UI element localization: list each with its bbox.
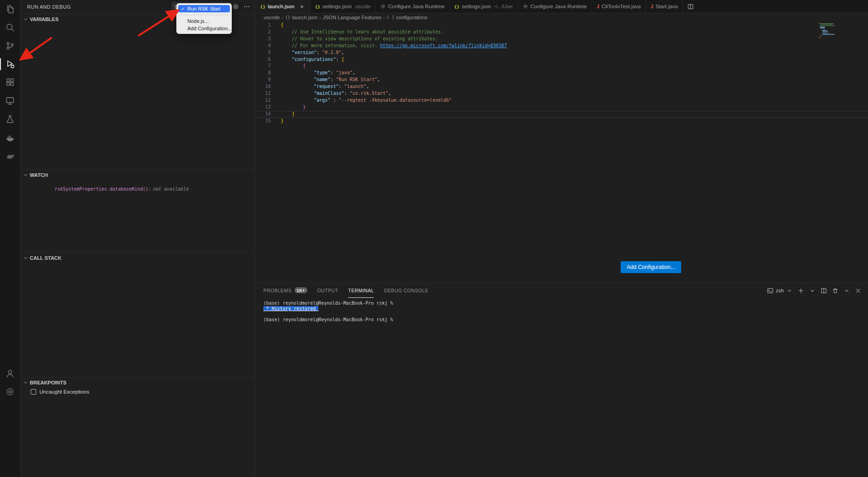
activity-bar-account[interactable] (0, 364, 20, 383)
code-token (281, 111, 292, 116)
json-file-icon: {} (260, 4, 265, 9)
minimap[interactable] (819, 22, 835, 38)
terminal-profile[interactable]: zsh (767, 287, 793, 294)
panel-tab-terminal[interactable]: TERMINAL (348, 283, 374, 298)
breadcrumb-item[interactable]: {}launch.json (285, 15, 318, 20)
panel-tab-output[interactable]: OUTPUT (317, 283, 338, 298)
json-file-icon: {} (454, 4, 459, 9)
line-number[interactable]: 12 (256, 97, 271, 104)
activity-bar-explorer[interactable] (0, 0, 20, 18)
tab-launch-json[interactable]: {}launch.json× (256, 0, 311, 13)
code-token: { (303, 63, 306, 68)
gear-file-icon (380, 4, 386, 9)
braces-icon: {} (285, 15, 290, 20)
line-number[interactable]: 10 (256, 83, 271, 90)
launch-profile-chevron-icon[interactable] (809, 287, 816, 294)
tab-configure-java-runtime[interactable]: Configure Java Runtime (376, 0, 449, 13)
kill-terminal-icon[interactable] (832, 287, 839, 294)
activity-bar-search[interactable] (0, 18, 20, 37)
chevron-down-icon (22, 16, 29, 22)
code-token: : (330, 70, 336, 75)
split-editor-icon[interactable] (687, 3, 694, 10)
line-number[interactable]: 5 (256, 49, 271, 56)
search-icon (5, 22, 15, 33)
menu-item-node-js-[interactable]: Node.js... (178, 17, 230, 25)
minimap-line (821, 35, 822, 36)
breadcrumb-separator: › (383, 15, 385, 20)
minimap-line (820, 36, 821, 37)
code-token: "java" (336, 70, 352, 75)
line-number[interactable]: 7 (256, 63, 271, 70)
activity-bar-run-and-debug[interactable] (0, 55, 20, 73)
more-actions-icon[interactable] (243, 3, 250, 10)
activity-bar-source-control[interactable] (0, 37, 20, 55)
tab-path-suffix: ~/.../User (493, 4, 513, 9)
line-number[interactable]: 15 (256, 118, 271, 125)
code-line-9: 9 "name": "Run RSK Start", (256, 77, 868, 83)
code-token: https://go.microsoft.com/fwlink/?linkid=… (380, 43, 507, 48)
line-number[interactable]: 14 (256, 111, 271, 118)
close-panel-icon[interactable] (855, 287, 862, 294)
breakpoints-section-header[interactable]: BREAKPOINTS (21, 377, 255, 387)
breadcrumb-item[interactable]: [ ]configurations (387, 15, 427, 20)
tab-start-java[interactable]: JStart.java (646, 0, 683, 13)
breakpoint-item[interactable]: Uncaught Exceptions (21, 387, 255, 395)
breadcrumb-item[interactable]: .vscode (262, 15, 280, 20)
watch-section: WATCH rskSystemProperties.databaseKind()… (21, 170, 255, 252)
line-number[interactable]: 4 (256, 43, 271, 49)
code-line-content: // For more information, visit: https://… (281, 43, 507, 49)
watch-expression-row[interactable]: rskSystemProperties.databaseKind():not a… (21, 180, 255, 197)
panel-tab-debug-console[interactable]: DEBUG CONSOLE (384, 283, 428, 298)
tab-settings-json[interactable]: {}settings.json.vscode (311, 0, 376, 13)
call-stack-section-header[interactable]: CALL STACK (21, 252, 255, 263)
terminal-output[interactable]: (base) reynoldmorel@Reynolds-MacBook-Pro… (256, 298, 868, 323)
code-line-content: } (281, 104, 306, 111)
line-number[interactable]: 9 (256, 77, 271, 83)
tab-clitoolstest-java[interactable]: JCliToolsTest.java (592, 0, 646, 13)
line-number[interactable]: 13 (256, 104, 271, 111)
code-line-8: 8 "type": "java", (256, 70, 868, 77)
maximize-panel-icon[interactable] (843, 287, 850, 294)
chevron-down-icon[interactable] (786, 287, 793, 294)
tab-label: settings.json (462, 4, 491, 9)
minimap-line (820, 27, 824, 28)
line-number[interactable]: 6 (256, 56, 271, 63)
line-number[interactable]: 1 (256, 22, 271, 29)
line-number[interactable]: 3 (256, 36, 271, 43)
activity-bar-docker[interactable] (0, 128, 20, 147)
breadcrumb-item[interactable]: JSON Language Features (323, 15, 382, 20)
history-restored-badge: * History restored (263, 306, 318, 311)
misc-extension-icon (5, 151, 15, 161)
uncaught-exceptions-checkbox[interactable] (31, 389, 36, 395)
code-token: : (338, 84, 344, 89)
panel-tab-label: OUTPUT (317, 288, 338, 293)
panel-tab-problems[interactable]: PROBLEMS1K+ (263, 283, 307, 298)
code-line-5: 5 "version": "0.2.0", (256, 49, 868, 56)
add-configuration-button[interactable]: Add Configuration... (621, 261, 681, 273)
new-terminal-icon[interactable] (797, 287, 804, 294)
tab-configure-java-runtime[interactable]: Configure Java Runtime (518, 0, 592, 13)
activity-bar-extensions[interactable] (0, 73, 20, 92)
close-tab-icon[interactable]: × (299, 3, 306, 10)
code-token: "co.rsk.Start" (350, 91, 388, 96)
gear-icon[interactable] (232, 3, 239, 10)
line-number[interactable]: 11 (256, 90, 271, 97)
code-editor[interactable]: 1{2 // Use IntelliSense to learn about p… (256, 22, 868, 283)
activity-bar-remote-explorer[interactable] (0, 92, 20, 110)
panel-tab-label: PROBLEMS (263, 288, 292, 293)
watch-section-header[interactable]: WATCH (21, 170, 255, 180)
terminal-text: (base) reynoldmorel@Reynolds-MacBook-Pro… (263, 301, 393, 306)
menu-item-run-rsk-start[interactable]: ✓Run RSK Start (178, 5, 230, 12)
tab-settings-json[interactable]: {}settings.json~/.../User (450, 0, 518, 13)
activity-bar-misc-extension[interactable] (0, 147, 20, 165)
activity-bar-settings[interactable] (0, 383, 20, 401)
line-number[interactable]: 8 (256, 70, 271, 77)
section-label: CALL STACK (30, 255, 61, 261)
editor-actions (683, 0, 698, 13)
split-terminal-icon[interactable] (820, 287, 827, 294)
menu-item-add-configuration-[interactable]: Add Configuration... (178, 25, 230, 32)
code-line-content: } (281, 118, 284, 125)
activity-bar-testing[interactable] (0, 110, 20, 128)
menu-item-label: Run RSK Start (187, 6, 220, 11)
line-number[interactable]: 2 (256, 29, 271, 36)
